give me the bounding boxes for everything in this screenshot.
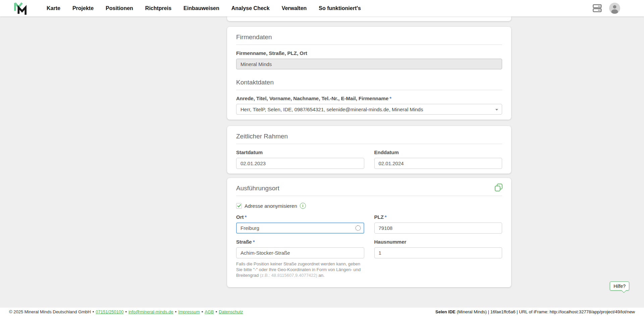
helper-text-end: an.: [317, 273, 325, 278]
chevron-down-icon: [495, 109, 498, 111]
strasse-helper-text: Falls die Position keiner Straße zugeord…: [236, 261, 364, 278]
nav-item-karte[interactable]: Karte: [47, 5, 60, 11]
ort-label-text: Ort: [236, 214, 244, 220]
mineral-minds-logo-icon[interactable]: [13, 2, 28, 15]
kontakt-label: Anrede, Titel, Vorname, Nachname, Tel.-N…: [236, 96, 502, 101]
required-marker: *: [253, 239, 255, 245]
firmendaten-title: Firmendaten: [236, 33, 502, 42]
info-icon[interactable]: i: [300, 203, 306, 209]
anonymisieren-label[interactable]: Adresse anonymisieren: [245, 203, 297, 209]
strasse-label: Straße*: [236, 239, 364, 245]
helper-text-example: (z.B.: 48.8115607,9.4077422): [260, 273, 317, 278]
plz-label: PLZ*: [374, 214, 502, 220]
footer: © 2025 Mineral Minds Deutschland GmbH • …: [0, 308, 644, 316]
zeitlicher-rahmen-card: Zeitlicher Rahmen Startdatum Enddatum: [227, 126, 511, 174]
separator: •: [202, 309, 203, 314]
help-button[interactable]: Hilfe?: [610, 281, 629, 291]
top-navbar: Karte Projekte Positionen Richtpreis Ein…: [0, 0, 644, 16]
ide-name: Selen IDE: [435, 309, 455, 314]
divider: [236, 196, 502, 196]
phone-link[interactable]: 07151/250100: [96, 309, 123, 314]
iframe-url-text: (Mineral Minds) | 16fae1ffc6a6 | URL of …: [455, 309, 635, 314]
required-marker: *: [245, 214, 247, 220]
hausnummer-input[interactable]: [374, 247, 502, 258]
kontakt-label-text: Anrede, Titel, Vorname, Nachname, Tel.-N…: [236, 96, 388, 101]
zeitlicher-rahmen-title: Zeitlicher Rahmen: [236, 132, 502, 141]
separator: •: [93, 309, 94, 314]
loading-spinner-icon: [355, 225, 361, 231]
hausnummer-label: Hausnummer: [374, 239, 502, 245]
firmenname-label: Firmenname, Straße, PLZ, Ort: [236, 50, 502, 56]
strasse-input[interactable]: [236, 247, 364, 258]
plz-label-text: PLZ: [374, 214, 384, 220]
footer-left: © 2025 Mineral Minds Deutschland GmbH • …: [9, 309, 243, 314]
firmenname-input: [236, 59, 502, 69]
divider: [236, 90, 502, 90]
nav-item-analyse-check[interactable]: Analyse Check: [231, 5, 270, 11]
ausfuehrungsort-title: Ausführungsort: [236, 184, 502, 193]
datenschutz-link[interactable]: Datenschutz: [219, 309, 243, 314]
speech-bubble-tail: [622, 288, 626, 293]
firmendaten-card: Firmendaten Firmenname, Straße, PLZ, Ort…: [227, 27, 511, 120]
divider: [236, 45, 502, 45]
separator: •: [125, 309, 127, 314]
plz-input[interactable]: [374, 223, 502, 234]
anonymisieren-row: Adresse anonymisieren i: [236, 203, 502, 209]
main-navigation: Karte Projekte Positionen Richtpreis Ein…: [47, 0, 361, 16]
user-avatar[interactable]: [609, 3, 620, 14]
nav-item-verwalten[interactable]: Verwalten: [282, 5, 307, 11]
enddatum-input[interactable]: [374, 158, 502, 169]
nav-item-einbauweisen[interactable]: Einbauweisen: [183, 5, 219, 11]
separator: •: [216, 309, 217, 314]
separator: •: [175, 309, 177, 314]
strasse-label-text: Straße: [236, 239, 252, 245]
agb-link[interactable]: AGB: [205, 309, 214, 314]
adresse-anonymisieren-checkbox[interactable]: [236, 203, 242, 209]
server-icon[interactable]: [593, 4, 602, 13]
nav-item-positionen[interactable]: Positionen: [106, 5, 133, 11]
kontaktdaten-title: Kontaktdaten: [236, 78, 502, 87]
kontakt-select-value: Herr, TitelP, Selen, IDE, 0987/654321, s…: [240, 107, 423, 112]
impressum-link[interactable]: Impressum: [178, 309, 200, 314]
kontakt-select[interactable]: Herr, TitelP, Selen, IDE, 0987/654321, s…: [236, 104, 502, 115]
required-marker: *: [385, 214, 387, 220]
email-link[interactable]: info@mineral-minds.de: [128, 309, 173, 314]
nav-item-so-funktionierts[interactable]: So funktioniert's: [319, 5, 361, 11]
ausfuehrungsort-card: Ausführungsort Adresse anonymisieren i O…: [227, 178, 511, 287]
required-marker: *: [389, 96, 391, 101]
previous-card-partial: [227, 16, 511, 21]
ort-label: Ort*: [236, 214, 364, 220]
checkmark-icon: [237, 204, 241, 207]
startdatum-label: Startdatum: [236, 149, 364, 155]
ort-input[interactable]: [236, 223, 364, 234]
navbar-right-section: [590, 0, 644, 16]
nav-item-projekte[interactable]: Projekte: [72, 5, 94, 11]
enddatum-label: Enddatum: [374, 149, 502, 155]
copyright-text: © 2025 Mineral Minds Deutschland GmbH: [9, 309, 91, 314]
nav-item-richtpreis[interactable]: Richtpreis: [145, 5, 171, 11]
copy-icon[interactable]: [494, 183, 503, 192]
footer-debug-info: Selen IDE (Mineral Minds) | 16fae1ffc6a6…: [435, 309, 635, 314]
startdatum-input[interactable]: [236, 158, 364, 169]
